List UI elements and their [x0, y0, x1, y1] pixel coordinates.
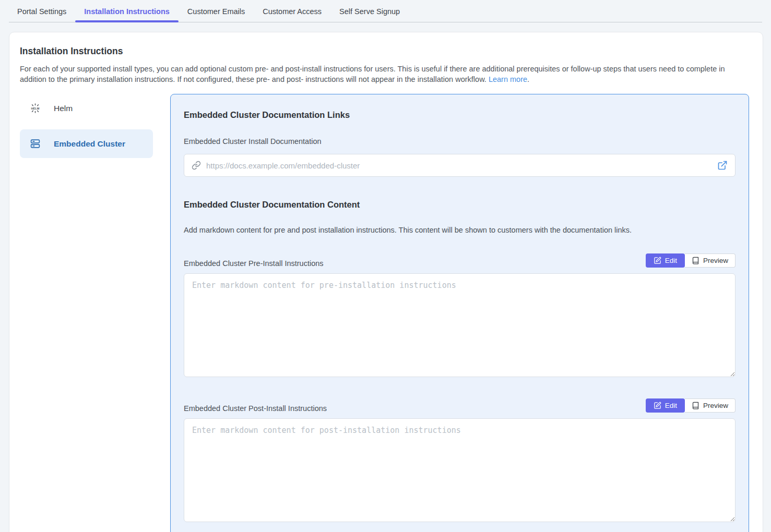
post-install-block: Embedded Cluster Post-Install Instructio… [184, 398, 736, 524]
learn-more-period: . [527, 75, 529, 83]
external-link-icon[interactable] [717, 160, 728, 171]
helm-icon: HELM [30, 103, 41, 114]
sidebar-item-helm[interactable]: HELM Helm [20, 94, 153, 123]
top-tab-bar: Portal Settings Installation Instruction… [0, 0, 771, 22]
learn-more-link[interactable]: Learn more [489, 75, 527, 83]
documentation-content-description: Add markdown content for pre and post in… [184, 226, 736, 234]
install-doc-url-input[interactable] [206, 161, 717, 170]
server-icon [30, 138, 41, 149]
post-install-edit-label: Edit [665, 402, 677, 409]
page-description: For each of your supported install types… [20, 64, 752, 84]
tab-customer-access[interactable]: Customer Access [254, 0, 330, 22]
post-install-textarea[interactable] [184, 418, 736, 522]
post-install-header: Embedded Cluster Post-Install Instructio… [184, 398, 736, 413]
post-install-preview-button[interactable]: Preview [685, 398, 736, 413]
embedded-cluster-panel: Embedded Cluster Documentation Links Emb… [170, 94, 749, 532]
tab-customer-emails[interactable]: Customer Emails [179, 0, 254, 22]
page-title: Installation Instructions [20, 46, 752, 57]
post-install-preview-label: Preview [703, 402, 728, 409]
pre-install-preview-label: Preview [703, 257, 728, 264]
edit-icon [654, 402, 661, 409]
pre-install-header: Embedded Cluster Pre-Install Instruction… [184, 253, 736, 268]
pre-install-label: Embedded Cluster Pre-Install Instruction… [184, 259, 324, 268]
installation-instructions-card: Installation Instructions For each of yo… [9, 32, 763, 532]
pre-install-edit-label: Edit [665, 257, 677, 264]
tab-portal-settings[interactable]: Portal Settings [8, 0, 75, 22]
page-description-text: For each of your supported install types… [20, 65, 725, 83]
post-install-label: Embedded Cluster Post-Install Instructio… [184, 404, 327, 413]
svg-text:HELM: HELM [31, 107, 40, 110]
post-install-mode-toggle: Edit Preview [646, 398, 736, 413]
post-install-edit-button[interactable]: Edit [646, 398, 685, 413]
sidebar-item-label: Helm [54, 104, 73, 113]
sidebar-item-embedded-cluster[interactable]: Embedded Cluster [20, 129, 153, 158]
documentation-content-section: Embedded Cluster Documentation Content A… [184, 200, 736, 524]
install-type-nav: HELM Helm Embedded Cluster [20, 94, 153, 532]
documentation-links-title: Embedded Cluster Documentation Links [184, 110, 736, 120]
book-icon [692, 257, 699, 264]
tab-self-serve-signup[interactable]: Self Serve Signup [330, 0, 409, 22]
book-icon [692, 402, 699, 409]
pre-install-edit-button[interactable]: Edit [646, 253, 685, 268]
pre-install-textarea[interactable] [184, 273, 736, 377]
install-doc-url-field [184, 154, 736, 177]
pre-install-preview-button[interactable]: Preview [685, 253, 736, 268]
edit-icon [654, 257, 661, 264]
pre-install-mode-toggle: Edit Preview [646, 253, 736, 268]
install-doc-label: Embedded Cluster Install Documentation [184, 137, 736, 146]
link-icon [192, 161, 201, 170]
documentation-content-title: Embedded Cluster Documentation Content [184, 200, 736, 210]
documentation-links-section: Embedded Cluster Documentation Links Emb… [184, 110, 736, 177]
tab-installation-instructions[interactable]: Installation Instructions [75, 0, 179, 22]
sidebar-item-label: Embedded Cluster [54, 139, 125, 149]
content-row: HELM Helm Embedded Cluster [20, 94, 752, 532]
